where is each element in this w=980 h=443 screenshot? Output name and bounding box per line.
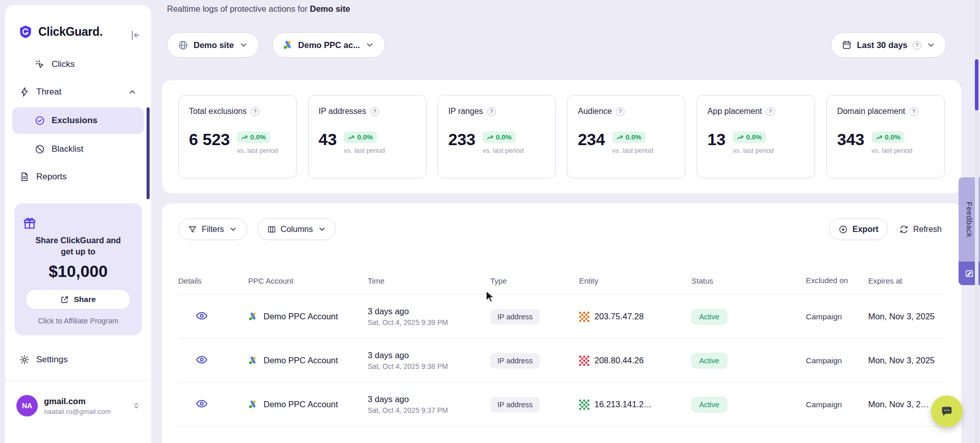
google-ads-icon — [248, 356, 258, 365]
sidebar: ClickGuard. Clicks Threat Exclusions — [5, 5, 151, 443]
feedback-label: Feedback — [965, 202, 974, 238]
gear-icon — [19, 355, 30, 365]
sidebar-item-blacklist[interactable]: Blacklist — [12, 137, 144, 161]
time-relative: 3 days ago — [368, 394, 490, 404]
sidebar-item-label: Exclusions — [52, 115, 98, 126]
account-name: gmail.com — [44, 397, 111, 406]
share-button[interactable]: Share — [26, 289, 131, 310]
excluded-on-value: Campaign — [806, 356, 868, 365]
subtitle-site-name: Demo site — [310, 4, 350, 13]
columns-button[interactable]: Columns — [257, 218, 336, 240]
expires-at-value: Mon, Nov 3, 2025 — [868, 312, 945, 321]
account-menu[interactable]: NA gmail.com naatali.ro@gmail.com — [5, 381, 151, 416]
chevron-down-icon — [318, 225, 326, 234]
stat-value: 233 — [448, 131, 475, 148]
page-scrollbar-thumb[interactable] — [975, 59, 978, 110]
chevron-down-icon — [365, 40, 374, 50]
sidebar-item-threat[interactable]: Threat — [12, 80, 144, 104]
chevron-down-icon — [229, 225, 237, 234]
entity-value: 16.213.141.2… — [594, 400, 652, 409]
cursor-click-icon — [35, 59, 45, 69]
google-ads-icon — [248, 312, 258, 321]
help-icon[interactable]: ? — [766, 107, 775, 116]
stat-label: App placement — [707, 107, 762, 116]
stat-label: Audience — [578, 107, 612, 116]
column-header-excluded-on: Excluded on — [806, 276, 852, 286]
help-icon[interactable]: ? — [913, 41, 921, 50]
column-header-expires-at: Expires at — [868, 276, 945, 285]
help-icon[interactable]: ? — [616, 107, 625, 116]
sidebar-collapse-button[interactable] — [129, 29, 142, 42]
time-relative: 3 days ago — [368, 351, 490, 360]
help-icon[interactable]: ? — [370, 107, 379, 116]
calendar-icon — [842, 40, 852, 50]
type-badge: IP address — [490, 397, 540, 412]
chevron-sort-icon — [132, 401, 141, 410]
zap-icon — [19, 87, 30, 97]
stat-card-audience: Audience? 234 0.0% vs. last period — [567, 95, 685, 178]
columns-label: Columns — [281, 225, 313, 234]
filters-label: Filters — [202, 225, 224, 234]
trend-up-icon — [876, 134, 882, 141]
time-relative: 3 days ago — [368, 307, 490, 316]
ppc-account-name: Demo PPC Account — [264, 400, 338, 409]
trend-up-icon — [487, 134, 493, 141]
columns-icon — [267, 225, 276, 234]
view-details-button[interactable] — [196, 353, 209, 366]
help-icon[interactable]: ? — [910, 107, 918, 116]
logs-panel: Filters Columns Export — [162, 203, 961, 443]
date-range-selector[interactable]: Last 30 days ? — [831, 32, 946, 58]
trend-compare-label: vs. last period — [237, 147, 278, 154]
stat-label: IP ranges — [448, 107, 483, 116]
ppc-selector-label: Demo PPC ac... — [298, 40, 360, 50]
status-badge: Active — [691, 309, 727, 324]
stats-panel: Total exclusions? 6 523 0.0% vs. last pe… — [162, 80, 961, 193]
column-header-time: Time — [368, 276, 490, 285]
affiliate-promo-card: Share ClickGuard and get up to $10,000 S… — [14, 203, 142, 335]
chevron-down-icon — [926, 40, 936, 50]
sidebar-item-settings[interactable]: Settings — [12, 347, 144, 372]
sidebar-scrollbar-thumb[interactable] — [147, 107, 150, 199]
filters-button[interactable]: Filters — [178, 218, 247, 240]
stat-label: Total exclusions — [189, 107, 247, 116]
chat-launcher-button[interactable] — [931, 395, 963, 427]
trend-up-icon — [616, 134, 623, 141]
help-icon[interactable]: ? — [487, 107, 496, 116]
sidebar-item-exclusions[interactable]: Exclusions — [12, 107, 144, 134]
google-ads-icon — [248, 400, 258, 409]
trend-compare-label: vs. last period — [872, 147, 913, 154]
promo-headline: Share ClickGuard and get up to — [31, 235, 126, 257]
refresh-button[interactable]: Refresh — [896, 218, 945, 240]
entity-identicon — [579, 312, 589, 322]
site-selector[interactable]: Demo site — [167, 32, 259, 58]
column-header-ppc-account: PPC Account — [248, 276, 368, 285]
document-icon — [19, 172, 30, 182]
stat-value: 234 — [578, 131, 605, 148]
help-icon[interactable]: ? — [251, 107, 259, 116]
view-details-button[interactable] — [196, 397, 209, 410]
trend-badge: 0.0% — [612, 131, 646, 143]
expires-at-value: Mon, Nov 3, 2025 — [868, 356, 945, 365]
excluded-on-value: Campaign — [806, 400, 868, 409]
export-button[interactable]: Export — [829, 218, 888, 240]
trend-up-icon — [737, 134, 744, 141]
affiliate-link[interactable]: Click to Affiliate Program — [22, 317, 134, 325]
view-details-button[interactable] — [196, 309, 209, 322]
time-exact: Sat, Oct 4, 2025 9:39 PM — [368, 318, 490, 327]
pencil-square-icon — [965, 269, 974, 278]
sidebar-item-clicks[interactable]: Clicks — [12, 52, 144, 77]
trend-badge: 0.0% — [237, 131, 270, 143]
table-row: Demo PPC Account 3 days agoSat, Oct 4, 2… — [178, 382, 945, 426]
stat-value: 13 — [707, 131, 726, 148]
trend-badge: 0.0% — [872, 131, 905, 143]
stat-card-ip-ranges: IP ranges? 233 0.0% vs. last period — [438, 95, 556, 178]
ppc-account-selector[interactable]: Demo PPC ac... — [272, 32, 385, 58]
exclusions-table: Details PPC Account Time Type Entity Sta… — [178, 267, 945, 443]
type-badge: IP address — [490, 353, 540, 368]
download-icon — [839, 225, 848, 234]
brand-name: ClickGuard. — [38, 25, 103, 39]
status-badge: Active — [691, 397, 727, 412]
trend-compare-label: vs. last period — [612, 147, 653, 154]
sidebar-item-reports[interactable]: Reports — [12, 165, 144, 189]
stat-card-total-exclusions: Total exclusions? 6 523 0.0% vs. last pe… — [178, 95, 297, 178]
